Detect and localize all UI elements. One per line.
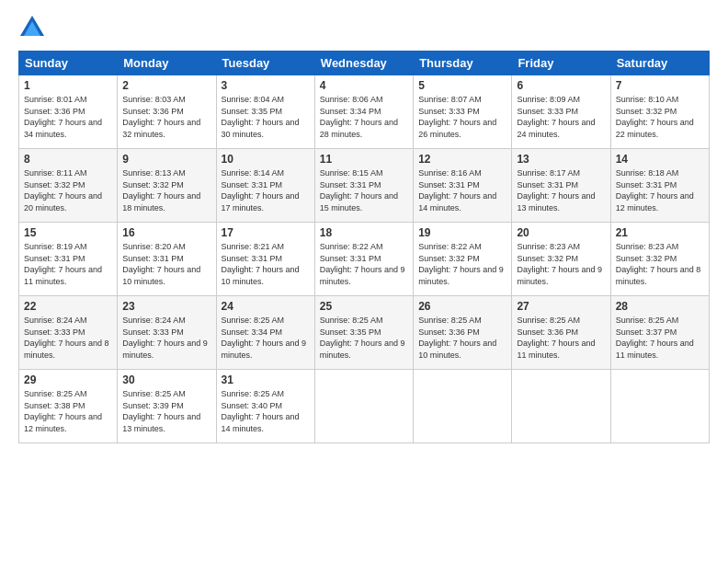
calendar-cell: [512, 370, 610, 443]
calendar-cell: 16Sunrise: 8:20 AMSunset: 3:31 PMDayligh…: [118, 223, 216, 296]
logo-icon: [18, 14, 46, 41]
weekday-header-cell: Tuesday: [216, 52, 314, 75]
day-number: 24: [222, 300, 310, 313]
calendar-cell: [414, 370, 512, 443]
day-info: Sunrise: 8:21 AMSunset: 3:31 PMDaylight:…: [222, 241, 310, 287]
day-info: Sunrise: 8:25 AMSunset: 3:36 PMDaylight:…: [418, 315, 506, 361]
day-info: Sunrise: 8:20 AMSunset: 3:31 PMDaylight:…: [122, 241, 210, 287]
day-info: Sunrise: 8:09 AMSunset: 3:33 PMDaylight:…: [517, 94, 605, 140]
day-number: 9: [122, 153, 210, 166]
logo: [18, 14, 50, 41]
calendar-week-row: 22Sunrise: 8:24 AMSunset: 3:33 PMDayligh…: [19, 296, 710, 370]
day-info: Sunrise: 8:04 AMSunset: 3:35 PMDaylight:…: [222, 94, 310, 140]
day-number: 28: [616, 300, 704, 313]
header: [18, 14, 710, 41]
calendar-cell: 24Sunrise: 8:25 AMSunset: 3:34 PMDayligh…: [216, 296, 314, 370]
day-info: Sunrise: 8:22 AMSunset: 3:31 PMDaylight:…: [320, 241, 408, 287]
calendar-cell: 4Sunrise: 8:06 AMSunset: 3:34 PMDaylight…: [314, 75, 413, 149]
calendar-cell: 10Sunrise: 8:14 AMSunset: 3:31 PMDayligh…: [216, 149, 314, 223]
weekday-header-cell: Wednesday: [314, 52, 413, 75]
day-number: 6: [517, 79, 605, 92]
calendar-body: 1Sunrise: 8:01 AMSunset: 3:36 PMDaylight…: [19, 75, 710, 443]
day-info: Sunrise: 8:19 AMSunset: 3:31 PMDaylight:…: [24, 241, 112, 287]
day-info: Sunrise: 8:23 AMSunset: 3:32 PMDaylight:…: [616, 241, 704, 287]
day-number: 14: [616, 153, 704, 166]
calendar-cell: 6Sunrise: 8:09 AMSunset: 3:33 PMDaylight…: [512, 75, 610, 149]
calendar-cell: 30Sunrise: 8:25 AMSunset: 3:39 PMDayligh…: [118, 370, 216, 443]
day-info: Sunrise: 8:16 AMSunset: 3:31 PMDaylight:…: [418, 167, 506, 213]
day-info: Sunrise: 8:06 AMSunset: 3:34 PMDaylight:…: [320, 94, 408, 140]
day-number: 11: [320, 153, 408, 166]
calendar-cell: 8Sunrise: 8:11 AMSunset: 3:32 PMDaylight…: [19, 149, 118, 223]
calendar-cell: 20Sunrise: 8:23 AMSunset: 3:32 PMDayligh…: [512, 223, 610, 296]
calendar-cell: 19Sunrise: 8:22 AMSunset: 3:32 PMDayligh…: [414, 223, 512, 296]
calendar-week-row: 15Sunrise: 8:19 AMSunset: 3:31 PMDayligh…: [19, 223, 710, 296]
day-number: 13: [517, 153, 605, 166]
weekday-header-row: SundayMondayTuesdayWednesdayThursdayFrid…: [19, 52, 710, 75]
day-info: Sunrise: 8:25 AMSunset: 3:36 PMDaylight:…: [517, 315, 605, 361]
day-info: Sunrise: 8:25 AMSunset: 3:39 PMDaylight:…: [122, 388, 210, 434]
calendar-cell: 26Sunrise: 8:25 AMSunset: 3:36 PMDayligh…: [414, 296, 512, 370]
calendar-cell: 7Sunrise: 8:10 AMSunset: 3:32 PMDaylight…: [610, 75, 709, 149]
calendar-cell: 14Sunrise: 8:18 AMSunset: 3:31 PMDayligh…: [610, 149, 709, 223]
day-number: 26: [418, 300, 506, 313]
day-number: 8: [24, 153, 112, 166]
calendar-page: SundayMondayTuesdayWednesdayThursdayFrid…: [0, 0, 728, 563]
day-info: Sunrise: 8:25 AMSunset: 3:34 PMDaylight:…: [222, 315, 310, 361]
day-info: Sunrise: 8:13 AMSunset: 3:32 PMDaylight:…: [122, 167, 210, 213]
day-number: 2: [122, 79, 210, 92]
day-info: Sunrise: 8:25 AMSunset: 3:35 PMDaylight:…: [320, 315, 408, 361]
day-number: 22: [24, 300, 112, 313]
calendar-cell: 11Sunrise: 8:15 AMSunset: 3:31 PMDayligh…: [314, 149, 413, 223]
day-number: 21: [616, 226, 704, 239]
day-number: 16: [122, 226, 210, 239]
day-number: 5: [418, 79, 506, 92]
day-info: Sunrise: 8:03 AMSunset: 3:36 PMDaylight:…: [122, 94, 210, 140]
calendar-cell: 9Sunrise: 8:13 AMSunset: 3:32 PMDaylight…: [118, 149, 216, 223]
day-info: Sunrise: 8:07 AMSunset: 3:33 PMDaylight:…: [418, 94, 506, 140]
calendar-cell: 13Sunrise: 8:17 AMSunset: 3:31 PMDayligh…: [512, 149, 610, 223]
calendar-cell: 5Sunrise: 8:07 AMSunset: 3:33 PMDaylight…: [414, 75, 512, 149]
day-info: Sunrise: 8:25 AMSunset: 3:38 PMDaylight:…: [24, 388, 112, 434]
day-info: Sunrise: 8:25 AMSunset: 3:40 PMDaylight:…: [222, 388, 310, 434]
day-number: 23: [122, 300, 210, 313]
day-number: 27: [517, 300, 605, 313]
day-number: 19: [418, 226, 506, 239]
calendar-cell: 12Sunrise: 8:16 AMSunset: 3:31 PMDayligh…: [414, 149, 512, 223]
day-info: Sunrise: 8:01 AMSunset: 3:36 PMDaylight:…: [24, 94, 112, 140]
calendar-cell: 2Sunrise: 8:03 AMSunset: 3:36 PMDaylight…: [118, 75, 216, 149]
day-info: Sunrise: 8:18 AMSunset: 3:31 PMDaylight:…: [616, 167, 704, 213]
day-number: 20: [517, 226, 605, 239]
day-number: 30: [122, 373, 210, 386]
day-number: 10: [222, 153, 310, 166]
calendar-cell: [610, 370, 709, 443]
day-info: Sunrise: 8:14 AMSunset: 3:31 PMDaylight:…: [222, 167, 310, 213]
calendar-week-row: 1Sunrise: 8:01 AMSunset: 3:36 PMDaylight…: [19, 75, 710, 149]
day-number: 18: [320, 226, 408, 239]
calendar-cell: 21Sunrise: 8:23 AMSunset: 3:32 PMDayligh…: [610, 223, 709, 296]
weekday-header-cell: Monday: [118, 52, 216, 75]
day-info: Sunrise: 8:17 AMSunset: 3:31 PMDaylight:…: [517, 167, 605, 213]
calendar-cell: 31Sunrise: 8:25 AMSunset: 3:40 PMDayligh…: [216, 370, 314, 443]
calendar-cell: 29Sunrise: 8:25 AMSunset: 3:38 PMDayligh…: [19, 370, 118, 443]
day-number: 25: [320, 300, 408, 313]
weekday-header-cell: Saturday: [610, 52, 709, 75]
day-number: 4: [320, 79, 408, 92]
weekday-header-cell: Thursday: [414, 52, 512, 75]
day-info: Sunrise: 8:25 AMSunset: 3:37 PMDaylight:…: [616, 315, 704, 361]
calendar-cell: 22Sunrise: 8:24 AMSunset: 3:33 PMDayligh…: [19, 296, 118, 370]
day-info: Sunrise: 8:24 AMSunset: 3:33 PMDaylight:…: [24, 315, 112, 361]
day-info: Sunrise: 8:24 AMSunset: 3:33 PMDaylight:…: [122, 315, 210, 361]
calendar-table: SundayMondayTuesdayWednesdayThursdayFrid…: [18, 51, 710, 443]
calendar-week-row: 29Sunrise: 8:25 AMSunset: 3:38 PMDayligh…: [19, 370, 710, 443]
day-info: Sunrise: 8:23 AMSunset: 3:32 PMDaylight:…: [517, 241, 605, 287]
day-info: Sunrise: 8:10 AMSunset: 3:32 PMDaylight:…: [616, 94, 704, 140]
day-number: 17: [222, 226, 310, 239]
day-number: 3: [222, 79, 310, 92]
calendar-cell: 3Sunrise: 8:04 AMSunset: 3:35 PMDaylight…: [216, 75, 314, 149]
calendar-cell: 1Sunrise: 8:01 AMSunset: 3:36 PMDaylight…: [19, 75, 118, 149]
calendar-cell: [314, 370, 413, 443]
day-number: 12: [418, 153, 506, 166]
day-number: 1: [24, 79, 112, 92]
day-info: Sunrise: 8:15 AMSunset: 3:31 PMDaylight:…: [320, 167, 408, 213]
